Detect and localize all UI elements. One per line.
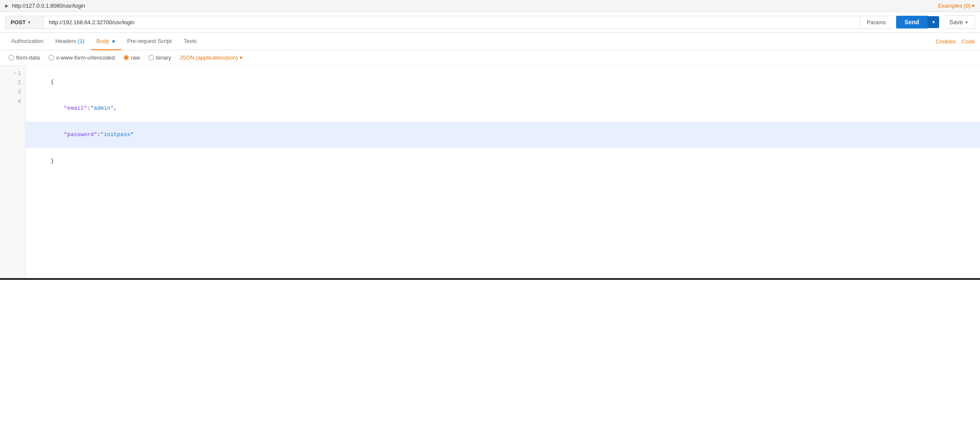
bottom-border (0, 278, 980, 280)
editor-area: ▾ 1 2 3 4 { "email":"admin", "password":… (0, 65, 980, 278)
examples-chevron-icon: ▾ (972, 3, 975, 9)
line-number-2: 2 (0, 78, 25, 88)
binary-radio[interactable] (149, 55, 154, 60)
json-type-select[interactable]: JSON (application/json) ▾ (180, 54, 243, 61)
examples-link[interactable]: Examples (0) ▾ (938, 3, 975, 9)
method-label: POST (11, 19, 26, 26)
tabs-right: Cookies Code (936, 38, 975, 45)
send-dropdown-button[interactable]: ▾ (928, 16, 939, 28)
collapse-arrow-icon[interactable]: ▶ (5, 3, 9, 8)
raw-radio[interactable] (123, 55, 129, 60)
request-bar: ▶ http://127.0.0.1:8080/usr/login Exampl… (0, 0, 980, 12)
examples-label: Examples (0) (938, 3, 971, 9)
form-data-option[interactable]: form-data (9, 54, 40, 61)
body-dot-icon: ● (112, 38, 115, 44)
line-number-3: 3 (0, 88, 25, 97)
headers-badge: (1) (78, 38, 85, 44)
save-chevron-icon: ▾ (966, 20, 968, 25)
send-save-group: Send ▾ Save ▾ (896, 15, 975, 29)
method-chevron-icon: ▾ (28, 20, 30, 25)
json-type-chevron-icon: ▾ (240, 54, 243, 61)
cookies-link[interactable]: Cookies (936, 38, 956, 45)
tabs-left: Authorization Headers (1) Body ● Pre-req… (5, 33, 203, 50)
url-encoded-option[interactable]: x-www-form-urlencoded (49, 54, 115, 61)
tabs-bar: Authorization Headers (1) Body ● Pre-req… (0, 33, 980, 50)
code-line-1: { (26, 69, 980, 95)
binary-option[interactable]: binary (149, 54, 171, 61)
tab-headers[interactable]: Headers (1) (49, 33, 91, 50)
url-encoded-radio[interactable] (49, 55, 54, 60)
tab-pre-request[interactable]: Pre-request Script (121, 33, 178, 50)
top-url: http://127.0.0.1:8080/usr/login (12, 3, 85, 9)
code-line-2: "email":"admin", (26, 95, 980, 122)
code-line-3: "password":"initpass" (26, 122, 980, 148)
raw-option[interactable]: raw (123, 54, 140, 61)
url-bar: POST ▾ Params Send ▾ Save ▾ (0, 12, 980, 33)
send-chevron-icon: ▾ (932, 19, 935, 25)
params-button[interactable]: Params (860, 16, 893, 29)
url-input[interactable] (43, 16, 860, 29)
collapse-arrow-icon[interactable]: ▾ (14, 69, 16, 78)
method-select[interactable]: POST ▾ (5, 16, 43, 29)
code-line-4: } (26, 148, 980, 174)
body-options: form-data x-www-form-urlencoded raw bina… (0, 50, 980, 65)
send-button[interactable]: Send (896, 16, 928, 28)
form-data-radio[interactable] (9, 55, 14, 60)
code-link[interactable]: Code (962, 38, 975, 45)
request-url-label: ▶ http://127.0.0.1:8080/usr/login (5, 3, 85, 9)
save-button[interactable]: Save ▾ (943, 15, 975, 29)
tab-authorization[interactable]: Authorization (5, 33, 49, 50)
code-editor[interactable]: { "email":"admin", "password":"initpass"… (26, 65, 980, 278)
line-numbers: ▾ 1 2 3 4 (0, 65, 26, 278)
line-number-1: ▾ 1 (0, 69, 25, 78)
line-number-4: 4 (0, 97, 25, 106)
tab-body[interactable]: Body ● (91, 33, 121, 50)
tab-tests[interactable]: Tests (178, 33, 202, 50)
